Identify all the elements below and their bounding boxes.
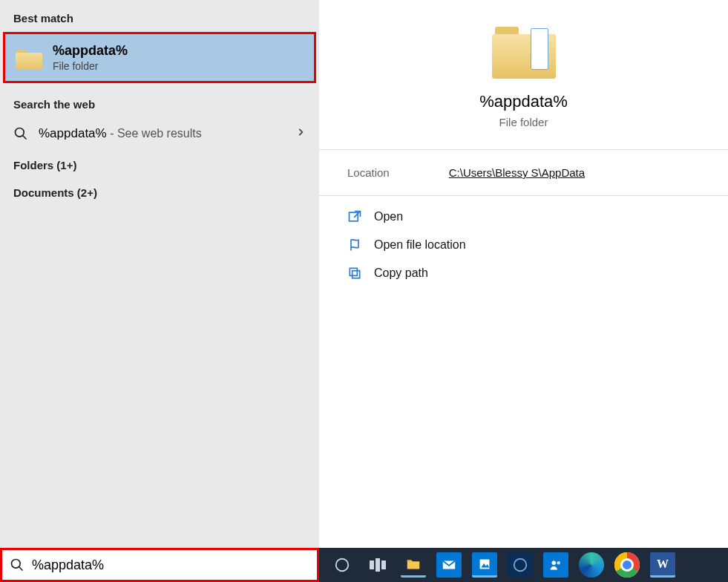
best-match-result[interactable]: %appdata% File folder: [3, 32, 316, 83]
word-icon[interactable]: W: [650, 552, 675, 578]
svg-point-8: [336, 559, 349, 572]
web-term: %appdata%: [39, 126, 107, 140]
preview-header: %appdata% File folder: [319, 0, 728, 149]
photos-icon[interactable]: [472, 552, 497, 578]
preview-title: %appdata%: [479, 92, 568, 111]
copy-path-label: Copy path: [374, 267, 428, 280]
location-label: Location: [347, 166, 390, 179]
file-explorer-icon[interactable]: [401, 552, 426, 578]
svg-point-0: [16, 128, 24, 137]
svg-point-12: [552, 561, 557, 566]
svg-rect-5: [350, 268, 357, 275]
open-location-icon: [347, 238, 362, 252]
svg-rect-2: [350, 212, 358, 221]
web-hint: - See web results: [107, 127, 202, 140]
chrome-icon[interactable]: [614, 552, 640, 578]
chevron-right-icon: [295, 125, 306, 141]
folder-icon: [492, 27, 556, 79]
open-location-label: Open file location: [374, 238, 466, 252]
taskbar: W: [319, 548, 728, 582]
search-icon: [13, 126, 28, 141]
location-path-link[interactable]: C:\Users\Blessy S\AppData: [449, 166, 585, 179]
task-view-icon[interactable]: [365, 552, 390, 578]
copy-icon: [347, 266, 362, 281]
results-list: Best match %appdata% File folder Search …: [0, 0, 319, 548]
svg-point-13: [557, 561, 560, 565]
result-title: %appdata%: [53, 43, 128, 59]
svg-line-1: [23, 135, 27, 139]
open-location-action[interactable]: Open file location: [347, 238, 700, 252]
web-result-row[interactable]: %appdata% - See web results: [0, 118, 319, 151]
svg-point-11: [514, 559, 527, 572]
cortana-icon[interactable]: [329, 552, 355, 578]
actions-list: Open Open file location Copy path: [319, 196, 728, 294]
result-subtitle: File folder: [53, 60, 128, 72]
search-web-heading: Search the web: [0, 94, 319, 118]
folder-icon: [16, 47, 42, 69]
preview-subtitle: File folder: [499, 116, 548, 128]
location-row: Location C:\Users\Blessy S\AppData: [319, 150, 728, 195]
edge-icon[interactable]: [579, 552, 604, 578]
search-icon: [10, 558, 24, 572]
svg-rect-4: [352, 271, 360, 278]
preview-pane: %appdata% File folder Location C:\Users\…: [319, 0, 728, 548]
open-action[interactable]: Open: [347, 209, 700, 224]
svg-line-7: [19, 567, 23, 571]
open-label: Open: [374, 210, 403, 223]
bottom-bar: W: [0, 548, 728, 582]
documents-category[interactable]: Documents (2+): [0, 179, 319, 206]
copy-path-action[interactable]: Copy path: [347, 266, 700, 281]
mail-icon[interactable]: [436, 552, 462, 578]
open-icon: [347, 209, 362, 224]
search-input[interactable]: [32, 558, 309, 573]
svg-point-6: [12, 560, 21, 569]
search-results-panel: Best match %appdata% File folder Search …: [0, 0, 728, 548]
contacts-icon[interactable]: [543, 552, 568, 578]
search-box[interactable]: [0, 548, 319, 582]
dell-icon[interactable]: [508, 552, 533, 578]
best-match-heading: Best match: [0, 7, 319, 32]
folders-category[interactable]: Folders (1+): [0, 151, 319, 179]
